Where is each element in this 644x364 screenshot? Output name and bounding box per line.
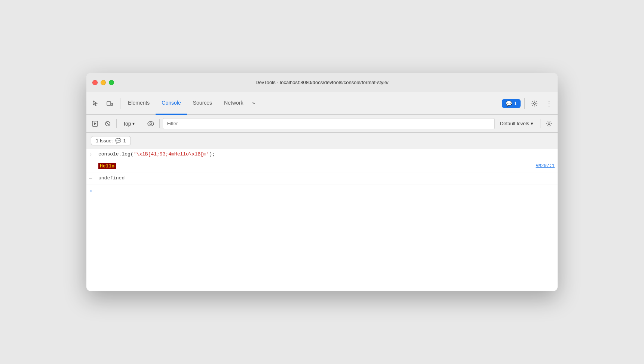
traffic-lights: [92, 80, 114, 85]
tabs-right: 💬 1 ⋮: [502, 98, 555, 109]
issue-pill[interactable]: 1 Issue: 💬 1: [91, 136, 131, 145]
ban-icon-btn[interactable]: [102, 118, 113, 129]
toolbar-divider-1: [116, 119, 117, 128]
play-icon-btn[interactable]: [89, 118, 101, 129]
console-toolbar: top ▾ Default levels ▾: [86, 115, 558, 133]
return-arrow-icon: ←: [89, 176, 95, 181]
hello-styled-text[interactable]: Hello: [98, 163, 116, 169]
output-spacer: ›: [89, 164, 95, 169]
window-title: DevTools - localhost:8080/docs/devtools/…: [255, 80, 389, 85]
svg-point-9: [548, 123, 550, 124]
more-vert-icon: ⋮: [546, 99, 552, 108]
svg-marker-4: [94, 122, 96, 125]
issues-badge[interactable]: 💬 1: [502, 99, 521, 108]
issue-chat-icon: 💬: [115, 138, 121, 144]
default-levels-btn[interactable]: Default levels ▾: [496, 119, 537, 128]
titlebar: DevTools - localhost:8080/docs/devtools/…: [86, 73, 558, 92]
svg-line-6: [106, 122, 110, 125]
tab-divider-1: [120, 98, 120, 109]
top-label: top: [124, 121, 131, 127]
toolbar-divider-3: [159, 119, 160, 128]
issues-count: 1: [514, 101, 517, 106]
devtools-window: DevTools - localhost:8080/docs/devtools/…: [86, 73, 558, 291]
hello-output-text: Hello: [98, 163, 530, 169]
toolbar-divider-2: [142, 119, 142, 128]
tab-network[interactable]: Network: [218, 92, 249, 115]
cursor-input-line[interactable]: ›: [86, 185, 558, 197]
cursor-chevron-icon: ›: [89, 188, 92, 194]
chat-icon: 💬: [506, 101, 512, 107]
eye-icon-btn[interactable]: [145, 118, 156, 129]
chevron-down-icon: ▾: [132, 121, 135, 126]
input-arrow-icon: ›: [89, 152, 95, 157]
tab-divider-2: [524, 98, 525, 109]
more-options-icon-btn[interactable]: ⋮: [543, 98, 555, 109]
issue-count: 1: [123, 138, 126, 144]
tabs-bar: Elements Console Sources Network » 💬 1 ⋮: [86, 92, 558, 115]
code-string: '\x1B[41;93;4mHello\x1B[m': [134, 151, 209, 157]
top-selector[interactable]: top ▾: [120, 119, 139, 129]
issue-label: 1 Issue:: [96, 138, 113, 144]
svg-rect-0: [107, 102, 111, 105]
device-icon-btn[interactable]: [104, 98, 116, 109]
console-content: › console.log('\x1B[41;93;4mHello\x1B[m'…: [86, 149, 558, 291]
cursor-icon-btn[interactable]: [89, 98, 101, 109]
filter-input[interactable]: [163, 118, 494, 129]
console-log-line: › console.log('\x1B[41;93;4mHello\x1B[m'…: [86, 149, 558, 161]
tab-elements[interactable]: Elements: [122, 92, 156, 115]
svg-point-2: [534, 102, 536, 104]
chevron-down-icon-2: ▾: [531, 121, 533, 126]
svg-rect-1: [111, 103, 113, 105]
toolbar-divider-4: [540, 119, 540, 128]
tab-sources[interactable]: Sources: [187, 92, 218, 115]
more-tabs-btn[interactable]: »: [249, 92, 258, 115]
vm-source-ref[interactable]: VM297:1: [530, 163, 555, 169]
issues-bar: 1 Issue: 💬 1: [86, 133, 558, 149]
code-prefix: console.log(: [98, 151, 134, 157]
devtools-icon-group: [89, 98, 116, 109]
tab-console[interactable]: Console: [156, 92, 187, 115]
code-suffix: );: [209, 151, 215, 157]
undefined-text: undefined: [98, 175, 555, 181]
settings-icon-btn[interactable]: [528, 98, 540, 109]
close-button[interactable]: [92, 80, 98, 85]
hello-output-line: › Hello VM297:1: [86, 161, 558, 173]
maximize-button[interactable]: [109, 80, 114, 85]
undefined-line: ← undefined: [86, 173, 558, 185]
minimize-button[interactable]: [101, 80, 106, 85]
svg-point-8: [150, 123, 152, 124]
console-log-code: console.log('\x1B[41;93;4mHello\x1B[m');: [98, 151, 555, 157]
svg-point-7: [148, 121, 154, 126]
settings-console-icon-btn[interactable]: [543, 118, 555, 129]
default-levels-label: Default levels: [500, 121, 529, 126]
